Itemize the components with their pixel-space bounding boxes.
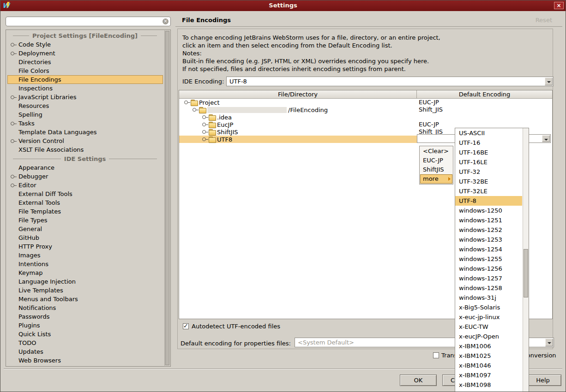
sidebar-item-language-injection[interactable]: Language Injection [7, 277, 163, 286]
encoding-option-x-euc-jp-linux[interactable]: x-euc-jp-linux [455, 312, 522, 322]
sidebar-item-template-data-languages[interactable]: Template Data Languages [7, 128, 163, 137]
sidebar-item-code-style[interactable]: Code Style [7, 40, 163, 49]
expand-toggle-icon[interactable] [202, 128, 209, 136]
expand-toggle-icon[interactable] [10, 50, 17, 57]
sidebar-item-tasks[interactable]: Tasks [7, 119, 163, 128]
sidebar-item-file-types[interactable]: File Types [7, 216, 163, 225]
sidebar-item-live-templates[interactable]: Live Templates [7, 286, 163, 295]
encoding-option-windows-1258[interactable]: windows-1258 [455, 283, 522, 293]
expand-toggle-icon[interactable] [10, 41, 17, 48]
sidebar-item-inspections[interactable]: Inspections [7, 84, 163, 93]
encoding-option-windows-1256[interactable]: windows-1256 [455, 264, 522, 273]
encoding-option-windows-1257[interactable]: windows-1257 [455, 273, 522, 283]
menu-item-shiftjis[interactable]: ShiftJIS [420, 165, 452, 174]
encoding-option-x-big5-solaris[interactable]: x-Big5-Solaris [455, 303, 522, 312]
sidebar-item-quick-lists[interactable]: Quick Lists [7, 330, 163, 339]
sidebar-scrollbar[interactable] [164, 30, 170, 366]
sidebar-item-xslt-file-associations[interactable]: XSLT File Associations [7, 145, 163, 154]
sidebar-item-editor[interactable]: Editor [7, 181, 163, 190]
close-icon[interactable]: × [554, 2, 564, 9]
sidebar-item-javascript-libraries[interactable]: JavaScript Libraries [7, 93, 163, 101]
sidebar-item-images[interactable]: Images [7, 251, 163, 260]
ide-encoding-combobox[interactable]: UTF-8 [226, 77, 554, 86]
encoding-option-x-ibm1098[interactable]: x-IBM1098 [455, 380, 522, 390]
table-row[interactable]: ProjectEUC-JP [179, 99, 552, 106]
encoding-option-utf-32be[interactable]: UTF-32BE [455, 177, 522, 186]
encoding-option-x-euc-tw[interactable]: x-EUC-TW [455, 322, 522, 332]
search-input[interactable] [9, 18, 161, 25]
sidebar-item-intentions[interactable]: Intentions [7, 260, 163, 268]
popup-scrollbar[interactable] [523, 128, 529, 392]
help-button[interactable]: Help [524, 374, 561, 386]
sidebar-item-version-control[interactable]: Version Control [7, 137, 163, 145]
sidebar-item-web-browsers[interactable]: Web Browsers [7, 356, 163, 365]
table-row[interactable]: .idea [179, 113, 552, 121]
sidebar-item-menus-and-toolbars[interactable]: Menus and Toolbars [7, 295, 163, 303]
menu-item-euc-jp[interactable]: EUC-JP [420, 156, 452, 165]
chevron-down-icon[interactable] [545, 339, 553, 346]
expand-toggle-icon[interactable] [10, 120, 17, 127]
sidebar-item-file-colors[interactable]: File Colors [7, 66, 163, 75]
encoding-option-us-ascii[interactable]: US-ASCII [455, 128, 522, 138]
encoding-option-x-ibm1006[interactable]: x-IBM1006 [455, 341, 522, 351]
expand-toggle-icon[interactable] [184, 99, 191, 106]
autodetect-checkbox[interactable] [183, 323, 189, 329]
sidebar-item-passwords[interactable]: Passwords [7, 312, 163, 321]
settings-search-box[interactable] [6, 17, 171, 26]
sidebar-item-file-templates[interactable]: File Templates [7, 207, 163, 216]
encoding-option-windows-1254[interactable]: windows-1254 [455, 244, 522, 254]
sidebar-scrollbar-thumb[interactable] [165, 31, 169, 365]
encoding-option-x-eucjp-open[interactable]: x-eucJP-Open [455, 332, 522, 341]
encoding-option-x-ibm1046[interactable]: x-IBM1046 [455, 361, 522, 370]
sidebar-item-github[interactable]: GitHub [7, 233, 163, 242]
encoding-option-utf-32[interactable]: UTF-32 [455, 167, 522, 177]
sidebar-item-external-diff-tools[interactable]: External Diff Tools [7, 190, 163, 198]
encoding-option-utf-32le[interactable]: UTF-32LE [455, 186, 522, 196]
sidebar-item-plugins[interactable]: Plugins [7, 321, 163, 330]
sidebar-item-keymap[interactable]: Keymap [7, 268, 163, 277]
encoding-option-utf-16be[interactable]: UTF-16BE [455, 148, 522, 157]
encoding-option-windows-31j[interactable]: windows-31j [455, 293, 522, 303]
encoding-option-windows-1250[interactable]: windows-1250 [455, 206, 522, 215]
sidebar-item-debugger[interactable]: Debugger [7, 172, 163, 181]
sidebar-item-http-proxy[interactable]: HTTP Proxy [7, 242, 163, 251]
expand-toggle-icon[interactable] [10, 137, 17, 145]
expand-toggle-icon[interactable] [10, 94, 17, 101]
sidebar-item-deployment[interactable]: Deployment [7, 49, 163, 58]
encoding-option-windows-1251[interactable]: windows-1251 [455, 215, 522, 225]
expand-toggle-icon[interactable] [202, 136, 209, 143]
sidebar-item-spelling[interactable]: Spelling [7, 110, 163, 119]
menu-item-more[interactable]: more [420, 174, 452, 184]
sidebar-item-resources[interactable]: Resources [7, 101, 163, 110]
reset-link[interactable]: Reset [536, 14, 552, 27]
expand-toggle-icon[interactable] [10, 173, 17, 180]
chevron-down-icon[interactable] [545, 77, 553, 85]
table-row[interactable]: EucJPEUC-JP [179, 121, 552, 128]
ok-button[interactable]: OK [400, 374, 437, 386]
expand-toggle-icon[interactable] [202, 121, 209, 128]
sidebar-item-directories[interactable]: Directories [7, 58, 163, 66]
transparent-conversion-checkbox[interactable] [433, 352, 439, 358]
encoding-option-utf-16[interactable]: UTF-16 [455, 138, 522, 148]
encoding-option-utf-8[interactable]: UTF-8 [455, 196, 522, 206]
encoding-option-utf-16le[interactable]: UTF-16LE [455, 157, 522, 167]
sidebar-item-general[interactable]: General [7, 225, 163, 233]
expand-toggle-icon[interactable] [192, 106, 199, 113]
menu-item-clear[interactable]: <Clear> [420, 147, 452, 156]
encoding-option-x-ibm1025[interactable]: x-IBM1025 [455, 351, 522, 361]
encoding-option-windows-1253[interactable]: windows-1253 [455, 235, 522, 244]
chevron-down-icon[interactable] [542, 135, 550, 142]
sidebar-item-updates[interactable]: Updates [7, 347, 163, 356]
encoding-option-windows-1252[interactable]: windows-1252 [455, 225, 522, 235]
encoding-option-x-ibm1097[interactable]: x-IBM1097 [455, 370, 522, 380]
table-row[interactable]: /FileEncodingShift_JIS [179, 106, 552, 113]
expand-toggle-icon[interactable] [10, 182, 17, 189]
sidebar-item-todo[interactable]: TODO [7, 339, 163, 347]
sidebar-item-appearance[interactable]: Appearance [7, 163, 163, 172]
sidebar-item-notifications[interactable]: Notifications [7, 303, 163, 312]
encoding-option-windows-1255[interactable]: windows-1255 [455, 254, 522, 264]
popup-scrollbar-thumb[interactable] [524, 249, 528, 297]
sidebar-item-file-encodings[interactable]: File Encodings [7, 75, 163, 84]
sidebar-item-external-tools[interactable]: External Tools [7, 198, 163, 207]
clear-search-icon[interactable] [163, 18, 169, 24]
